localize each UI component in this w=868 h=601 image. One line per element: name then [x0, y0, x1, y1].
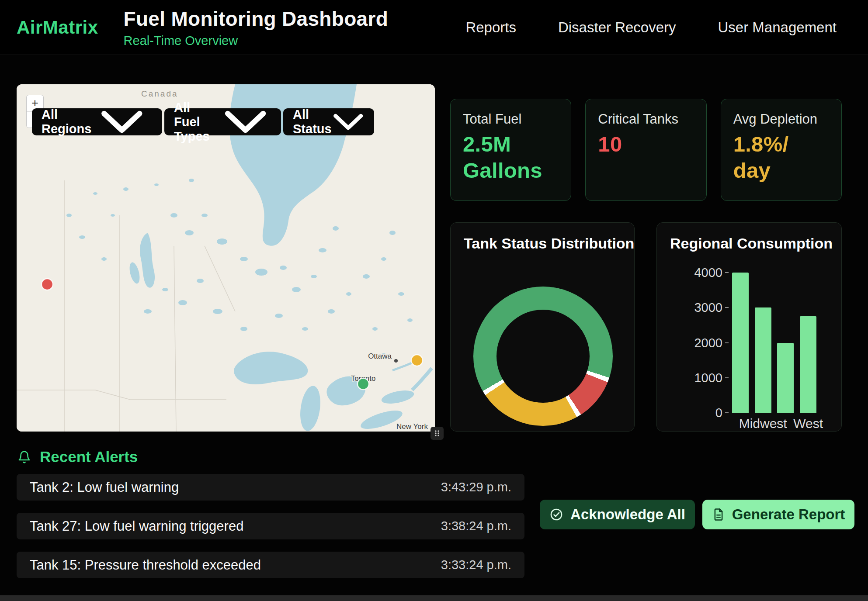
brand-logo: AirMatrix	[17, 17, 98, 38]
consumption-bar	[755, 307, 771, 413]
region-filter-dropdown[interactable]: All Regions	[32, 108, 162, 135]
drag-handle-icon[interactable]	[431, 427, 444, 440]
nav-reports[interactable]: Reports	[465, 19, 516, 36]
y-axis-tick-label: 1000	[674, 371, 722, 385]
map[interactable]: Canada Ottawa Toronto New York + All Reg…	[17, 84, 435, 432]
stat-label: Total Fuel	[463, 111, 559, 127]
acknowledge-all-button[interactable]: Acknowledge All	[540, 500, 695, 529]
consumption-bar	[777, 343, 794, 413]
y-axis-tick-mark	[725, 307, 729, 308]
alert-timestamp: 3:38:24 p.m.	[441, 519, 511, 533]
normal-tank-marker[interactable]	[358, 378, 369, 390]
tank-status-panel: Tank Status Distribution	[450, 222, 635, 432]
fuel-type-filter-dropdown[interactable]: All Fuel Types	[164, 108, 281, 135]
y-axis-tick-mark	[725, 412, 729, 413]
stat-value: 10	[598, 131, 694, 158]
chevron-down-icon	[219, 108, 271, 135]
chevron-down-icon	[91, 108, 153, 135]
alert-list-item: Tank 2: Low fuel warning 3:43:29 p.m.	[17, 474, 524, 501]
stat-value: 2.5M Gallons	[463, 131, 559, 184]
generate-report-label: Generate Report	[732, 506, 845, 523]
nav-user-management[interactable]: User Management	[718, 19, 837, 36]
recent-alerts-heading: Recent Alerts	[17, 448, 138, 466]
x-axis-tick-label: West	[775, 416, 841, 431]
consumption-bar	[800, 316, 816, 413]
y-axis-tick-mark	[725, 272, 729, 273]
stat-value: 1.8%/ day	[733, 131, 829, 184]
page-title-block: Fuel Monitoring Dashboard Real-Time Over…	[124, 7, 388, 48]
ottawa-city-dot	[394, 359, 398, 363]
page-subtitle: Real-Time Overview	[124, 34, 388, 48]
y-axis-tick-label: 4000	[674, 266, 722, 280]
check-circle-icon	[549, 508, 563, 522]
region-filter-value: All Regions	[42, 107, 91, 136]
alert-list-item: Tank 15: Pressure threshold exceeded 3:3…	[17, 552, 524, 578]
stat-card-row: Total Fuel 2.5M Gallons Critical Tanks 1…	[450, 99, 842, 201]
nav-disaster-recovery[interactable]: Disaster Recovery	[558, 19, 676, 36]
alert-list-item: Tank 27: Low fuel warning triggered 3:38…	[17, 513, 524, 539]
main-nav: Reports Disaster Recovery User Managemen…	[465, 19, 868, 36]
tank-status-title: Tank Status Distribution	[464, 235, 621, 252]
alert-message: Tank 2: Low fuel warning	[30, 480, 179, 495]
y-axis-tick-label: 3000	[674, 300, 722, 315]
map-label-new-york: New York	[396, 422, 428, 431]
stat-card-critical-tanks: Critical Tanks 10	[585, 99, 706, 201]
acknowledge-all-label: Acknowledge All	[570, 506, 685, 523]
y-axis-tick-mark	[725, 342, 729, 343]
app-header: AirMatrix Fuel Monitoring Dashboard Real…	[0, 0, 868, 55]
status-filter-value: All Status	[293, 107, 332, 136]
y-axis-tick-label: 0	[674, 406, 722, 420]
regional-consumption-title: Regional Consumption	[670, 235, 828, 252]
fuel-type-filter-value: All Fuel Types	[174, 100, 219, 144]
warning-tank-marker[interactable]	[411, 355, 423, 366]
bottom-bar	[0, 595, 868, 601]
stat-label: Critical Tanks	[598, 111, 694, 127]
map-label-canada: Canada	[141, 89, 178, 98]
stat-card-avg-depletion: Avg Depletion 1.8%/ day	[721, 99, 842, 201]
regional-consumption-panel: Regional Consumption 40003000200010000Mi…	[656, 222, 842, 432]
alert-message: Tank 15: Pressure threshold exceeded	[30, 557, 261, 573]
recent-alerts-label: Recent Alerts	[40, 448, 138, 466]
y-axis-tick-label: 2000	[674, 336, 722, 350]
status-filter-dropdown[interactable]: All Status	[283, 108, 374, 135]
tank-status-donut-chart	[473, 287, 613, 426]
alert-timestamp: 3:43:29 p.m.	[441, 480, 511, 494]
map-filter-bar: All Regions All Fuel Types All Status	[32, 108, 374, 135]
map-label-ottawa: Ottawa	[368, 352, 392, 360]
critical-tank-marker[interactable]	[42, 279, 53, 290]
chevron-down-icon	[332, 108, 365, 135]
fuel-monitoring-dashboard: AirMatrix Fuel Monitoring Dashboard Real…	[0, 0, 868, 601]
y-axis-tick-mark	[725, 377, 729, 378]
stat-label: Avg Depletion	[733, 111, 829, 127]
bell-icon	[17, 450, 31, 464]
alert-message: Tank 27: Low fuel warning triggered	[30, 518, 243, 534]
consumption-bar	[732, 273, 749, 413]
map-canvas: Canada Ottawa Toronto New York	[17, 84, 435, 432]
donut-hole	[496, 310, 590, 403]
generate-report-button[interactable]: Generate Report	[702, 500, 854, 529]
page-title: Fuel Monitoring Dashboard	[124, 7, 388, 31]
alert-timestamp: 3:33:24 p.m.	[441, 558, 511, 572]
document-icon	[712, 508, 725, 521]
stat-card-total-fuel: Total Fuel 2.5M Gallons	[450, 99, 571, 201]
